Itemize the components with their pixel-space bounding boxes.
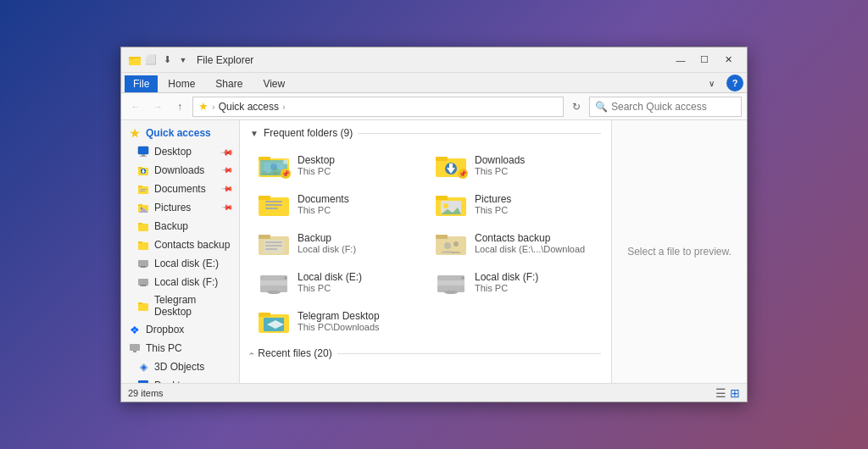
folder-path-downloads: This PC [475, 166, 594, 176]
sidebar-item-quick-access[interactable]: ★ Quick access [121, 124, 239, 142]
local-disk-f-icon [136, 275, 150, 289]
svg-point-77 [462, 277, 465, 280]
qat-icon2[interactable]: ⬇ [160, 53, 174, 67]
tab-view[interactable]: View [253, 75, 295, 92]
sidebar-item-local-disk-f[interactable]: Local disk (F:) [121, 273, 239, 291]
svg-rect-54 [265, 204, 282, 206]
status-bar: 29 items ☰ ⊞ [121, 383, 747, 402]
qat-dropdown[interactable]: ▼ [176, 53, 190, 67]
sidebar-item-local-disk-e[interactable]: Local disk (E:) [121, 254, 239, 273]
recent-files-label: Recent files (20) [258, 347, 331, 359]
title-bar: ⬜ ⬇ ▼ File Explorer — ☐ ✕ [121, 47, 747, 73]
sidebar-item-pictures[interactable]: Pictures 📌 [121, 198, 239, 217]
svg-rect-27 [138, 303, 148, 311]
tab-share[interactable]: Share [205, 75, 253, 92]
recent-files-header[interactable]: › Recent files (20) [250, 347, 601, 359]
folder-item-telegram-desktop[interactable]: Telegram Desktop This PC\Downloads [250, 303, 424, 339]
up-button[interactable]: ↑ [170, 97, 189, 116]
sidebar-label-documents: Documents [154, 183, 206, 195]
svg-rect-16 [138, 204, 142, 206]
folder-item-backup[interactable]: Backup Local disk (F:) [250, 225, 424, 261]
sidebar-item-telegram-desktop[interactable]: Telegram Desktop [121, 291, 239, 320]
svg-point-45 [283, 159, 288, 164]
folder-thumb-desktop: 📌 [257, 152, 291, 179]
sidebar-label-quick-access: Quick access [146, 127, 211, 139]
folder-item-documents[interactable]: Documents This PC [250, 186, 424, 222]
this-pc-icon [128, 341, 142, 355]
desktop-this-pc-icon [136, 379, 150, 383]
list-view-button[interactable]: ☰ [715, 386, 726, 400]
close-button[interactable]: ✕ [716, 51, 740, 69]
svg-rect-23 [138, 260, 148, 267]
svg-point-26 [140, 285, 147, 286]
folder-name-telegram-desktop: Telegram Desktop [298, 310, 417, 322]
maximize-button[interactable]: ☐ [693, 51, 716, 69]
grid-view-button[interactable]: ⊞ [730, 386, 740, 400]
folder-thumb-documents [257, 191, 291, 218]
sidebar-label-contacts-backup: Contacts backup [154, 239, 230, 251]
folder-item-local-disk-f[interactable]: Local disk (F:) This PC [427, 264, 601, 300]
sidebar-label-backup: Backup [154, 220, 188, 232]
sidebar-label-telegram-desktop: Telegram Desktop [154, 294, 232, 318]
ribbon: File Home Share View ∨ ? [121, 73, 747, 93]
sidebar-item-contacts-backup[interactable]: Contacts backup [121, 236, 239, 254]
file-view: ▼ Frequent folders (9) [240, 120, 611, 383]
svg-point-17 [141, 208, 143, 210]
qat-icon1[interactable]: ⬜ [144, 53, 158, 67]
svg-rect-51 [259, 197, 289, 216]
downloads-folder-icon [136, 164, 150, 177]
folder-item-downloads[interactable]: 📌 Downloads This PC [427, 147, 601, 183]
items-count: 29 items [128, 388, 164, 398]
sidebar-item-documents[interactable]: Documents 📌 [121, 180, 239, 198]
folder-info-contacts-backup: Contacts backup Local disk (E:\...\Downl… [475, 232, 594, 254]
refresh-button[interactable]: ↻ [567, 97, 586, 116]
folder-thumb-contacts-backup [434, 230, 468, 257]
svg-point-72 [285, 277, 287, 280]
dropbox-icon: ❖ [128, 323, 142, 336]
preview-panel: Select a file to preview. [611, 120, 747, 383]
search-box[interactable]: 🔍 [589, 97, 742, 117]
folder-item-desktop[interactable]: 📌 Desktop This PC [250, 147, 424, 183]
status-view-buttons: ☰ ⊞ [715, 386, 740, 400]
address-path[interactable]: ★ › Quick access › [192, 97, 564, 117]
tab-file[interactable]: File [125, 75, 158, 92]
sidebar-item-this-pc[interactable]: This PC [121, 339, 239, 358]
frequent-folders-header[interactable]: ▼ Frequent folders (9) [250, 127, 601, 139]
window-title: File Explorer [197, 54, 669, 66]
sidebar-item-3d-objects[interactable]: ◈ 3D Objects [121, 358, 239, 376]
folder-name-local-disk-e: Local disk (E:) [298, 271, 417, 283]
pin-icon-pictures: 📌 [221, 202, 234, 214]
folder-info-local-disk-f: Local disk (F:) This PC [475, 271, 594, 293]
title-bar-icons: ⬜ ⬇ ▼ [128, 53, 190, 67]
search-input[interactable] [611, 101, 736, 113]
sidebar-item-desktop-this-pc[interactable]: Desktop [121, 376, 239, 383]
section-label: Frequent folders (9) [264, 127, 353, 139]
forward-button[interactable]: → [148, 97, 167, 116]
ribbon-collapse-button[interactable]: ∨ [699, 74, 723, 92]
svg-rect-10 [142, 169, 144, 172]
sidebar-item-backup[interactable]: Backup [121, 217, 239, 236]
svg-rect-67 [436, 235, 448, 239]
sidebar-item-desktop[interactable]: Desktop 📌 [121, 142, 239, 161]
breadcrumb-current: Quick access [219, 101, 279, 113]
help-button[interactable]: ? [726, 75, 743, 91]
main-area: ★ Quick access Desktop 📌 Downloads 📌 [121, 120, 747, 383]
folder-name-contacts-backup: Contacts backup [475, 232, 594, 244]
svg-point-24 [140, 266, 147, 268]
folder-name-pictures: Pictures [475, 193, 594, 205]
back-button[interactable]: ← [126, 97, 145, 116]
ribbon-tabs: File Home Share View ∨ ? [121, 73, 747, 93]
sidebar-item-dropbox[interactable]: ❖ Dropbox [121, 320, 239, 339]
folder-item-local-disk-e[interactable]: Local disk (E:) This PC [250, 264, 424, 300]
folder-item-contacts-backup[interactable]: Contacts backup Local disk (E:\...\Downl… [427, 225, 601, 261]
window-controls: — ☐ ✕ [669, 51, 740, 69]
sidebar-item-downloads[interactable]: Downloads 📌 [121, 161, 239, 180]
folder-info-telegram-desktop: Telegram Desktop This PC\Downloads [298, 310, 417, 332]
svg-rect-81 [259, 313, 270, 317]
tab-home[interactable]: Home [158, 75, 205, 92]
minimize-button[interactable]: — [669, 51, 693, 69]
path-arrow: › [282, 102, 286, 112]
sidebar-label-local-disk-e: Local disk (E:) [154, 258, 219, 269]
folders-grid: 📌 Desktop This PC [250, 147, 601, 339]
folder-item-pictures[interactable]: Pictures This PC [427, 186, 601, 222]
